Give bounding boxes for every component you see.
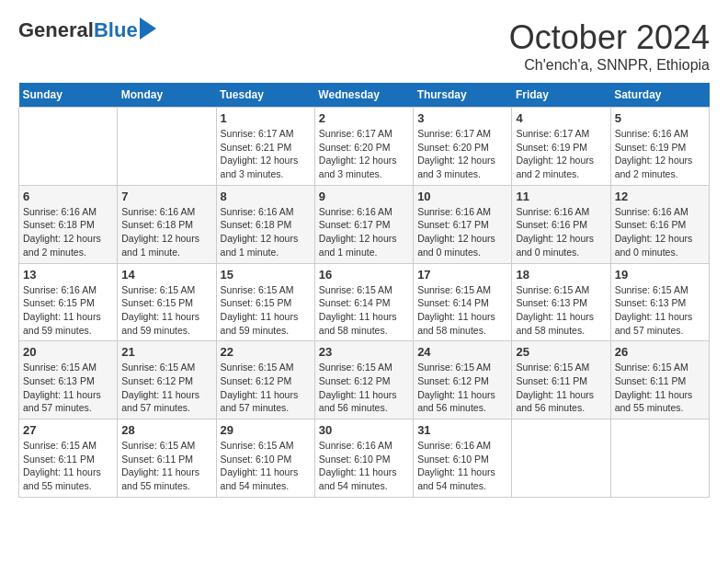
day-info: Sunrise: 6:15 AM Sunset: 6:14 PM Dayligh…	[417, 283, 507, 338]
day-info: Sunrise: 6:17 AM Sunset: 6:21 PM Dayligh…	[221, 127, 311, 181]
day-number: 18	[516, 268, 606, 282]
day-info: Sunrise: 6:15 AM Sunset: 6:12 PM Dayligh…	[417, 361, 507, 415]
calendar-cell	[118, 108, 216, 186]
day-number: 16	[319, 268, 409, 282]
calendar-cell: 9Sunrise: 6:16 AM Sunset: 6:17 PM Daylig…	[314, 185, 413, 263]
calendar-cell: 13Sunrise: 6:16 AM Sunset: 6:15 PM Dayli…	[19, 263, 118, 341]
week-row-2: 6Sunrise: 6:16 AM Sunset: 6:18 PM Daylig…	[19, 185, 710, 263]
calendar-cell: 11Sunrise: 6:16 AM Sunset: 6:16 PM Dayli…	[512, 185, 610, 263]
day-number: 1	[221, 111, 311, 125]
day-info: Sunrise: 6:15 AM Sunset: 6:11 PM Dayligh…	[121, 439, 211, 493]
day-info: Sunrise: 6:16 AM Sunset: 6:16 PM Dayligh…	[516, 205, 606, 259]
day-header-monday: Monday	[118, 83, 216, 108]
calendar-cell: 31Sunrise: 6:16 AM Sunset: 6:10 PM Dayli…	[414, 419, 512, 498]
day-header-thursday: Thursday	[414, 83, 512, 108]
day-number: 25	[516, 345, 606, 359]
calendar-cell: 30Sunrise: 6:16 AM Sunset: 6:10 PM Dayli…	[314, 419, 413, 498]
day-info: Sunrise: 6:16 AM Sunset: 6:17 PM Dayligh…	[417, 205, 507, 259]
day-number: 20	[23, 345, 113, 359]
day-header-tuesday: Tuesday	[216, 83, 314, 108]
day-info: Sunrise: 6:16 AM Sunset: 6:15 PM Dayligh…	[23, 283, 113, 338]
day-number: 29	[221, 423, 311, 437]
day-info: Sunrise: 6:15 AM Sunset: 6:13 PM Dayligh…	[615, 283, 705, 338]
logo-blue: Blue	[94, 18, 138, 42]
day-info: Sunrise: 6:15 AM Sunset: 6:15 PM Dayligh…	[121, 283, 211, 338]
day-number: 3	[417, 111, 507, 125]
day-number: 17	[417, 268, 507, 282]
week-row-1: 1Sunrise: 6:17 AM Sunset: 6:21 PM Daylig…	[19, 108, 710, 186]
calendar-cell: 2Sunrise: 6:17 AM Sunset: 6:20 PM Daylig…	[314, 108, 413, 186]
day-info: Sunrise: 6:15 AM Sunset: 6:13 PM Dayligh…	[516, 283, 606, 338]
day-number: 31	[417, 423, 507, 437]
day-number: 10	[417, 190, 507, 203]
calendar-cell: 5Sunrise: 6:16 AM Sunset: 6:19 PM Daylig…	[610, 108, 709, 186]
calendar-cell: 1Sunrise: 6:17 AM Sunset: 6:21 PM Daylig…	[216, 108, 314, 186]
day-number: 2	[319, 111, 409, 125]
logo-arrow-icon	[140, 17, 156, 40]
calendar-cell: 27Sunrise: 6:15 AM Sunset: 6:11 PM Dayli…	[19, 419, 118, 498]
calendar-cell: 25Sunrise: 6:15 AM Sunset: 6:11 PM Dayli…	[512, 341, 610, 419]
day-info: Sunrise: 6:15 AM Sunset: 6:12 PM Dayligh…	[319, 361, 409, 415]
day-info: Sunrise: 6:17 AM Sunset: 6:20 PM Dayligh…	[417, 127, 507, 181]
calendar-cell: 16Sunrise: 6:15 AM Sunset: 6:14 PM Dayli…	[314, 263, 413, 341]
day-number: 26	[615, 345, 705, 359]
calendar-cell: 26Sunrise: 6:15 AM Sunset: 6:11 PM Dayli…	[610, 341, 709, 419]
day-info: Sunrise: 6:15 AM Sunset: 6:13 PM Dayligh…	[23, 361, 113, 415]
day-number: 23	[319, 345, 409, 359]
page-header: General Blue October 2024 Ch'ench'a, SNN…	[18, 18, 710, 74]
day-info: Sunrise: 6:17 AM Sunset: 6:19 PM Dayligh…	[516, 127, 606, 181]
week-row-3: 13Sunrise: 6:16 AM Sunset: 6:15 PM Dayli…	[19, 263, 710, 341]
calendar-cell: 20Sunrise: 6:15 AM Sunset: 6:13 PM Dayli…	[19, 341, 118, 419]
day-number: 8	[221, 190, 311, 203]
calendar-cell: 10Sunrise: 6:16 AM Sunset: 6:17 PM Dayli…	[414, 185, 512, 263]
calendar-cell: 12Sunrise: 6:16 AM Sunset: 6:16 PM Dayli…	[610, 185, 709, 263]
day-info: Sunrise: 6:16 AM Sunset: 6:18 PM Dayligh…	[221, 205, 311, 259]
day-number: 30	[319, 423, 409, 437]
calendar-cell: 17Sunrise: 6:15 AM Sunset: 6:14 PM Dayli…	[414, 263, 512, 341]
calendar-cell: 24Sunrise: 6:15 AM Sunset: 6:12 PM Dayli…	[414, 341, 512, 419]
calendar-cell: 22Sunrise: 6:15 AM Sunset: 6:12 PM Dayli…	[216, 341, 314, 419]
day-header-sunday: Sunday	[19, 83, 118, 108]
day-number: 22	[221, 345, 311, 359]
day-number: 24	[417, 345, 507, 359]
day-info: Sunrise: 6:16 AM Sunset: 6:16 PM Dayligh…	[615, 205, 705, 259]
calendar-cell: 8Sunrise: 6:16 AM Sunset: 6:18 PM Daylig…	[216, 185, 314, 263]
day-info: Sunrise: 6:16 AM Sunset: 6:19 PM Dayligh…	[615, 127, 705, 181]
calendar-table: SundayMondayTuesdayWednesdayThursdayFrid…	[18, 83, 710, 498]
calendar-cell: 28Sunrise: 6:15 AM Sunset: 6:11 PM Dayli…	[118, 419, 216, 498]
day-number: 7	[121, 190, 211, 203]
day-info: Sunrise: 6:16 AM Sunset: 6:10 PM Dayligh…	[417, 439, 507, 493]
day-number: 21	[121, 345, 211, 359]
calendar-cell: 21Sunrise: 6:15 AM Sunset: 6:12 PM Dayli…	[118, 341, 216, 419]
logo: General Blue	[18, 18, 156, 42]
calendar-cell	[19, 108, 118, 186]
logo-general: General	[18, 18, 94, 42]
day-info: Sunrise: 6:15 AM Sunset: 6:15 PM Dayligh…	[221, 283, 311, 338]
day-header-saturday: Saturday	[610, 83, 709, 108]
calendar-cell: 7Sunrise: 6:16 AM Sunset: 6:18 PM Daylig…	[118, 185, 216, 263]
calendar-cell: 3Sunrise: 6:17 AM Sunset: 6:20 PM Daylig…	[414, 108, 512, 186]
header-row: SundayMondayTuesdayWednesdayThursdayFrid…	[19, 83, 710, 108]
day-number: 27	[23, 423, 113, 437]
day-number: 12	[615, 190, 705, 203]
day-info: Sunrise: 6:15 AM Sunset: 6:11 PM Dayligh…	[615, 361, 705, 415]
calendar-cell: 18Sunrise: 6:15 AM Sunset: 6:13 PM Dayli…	[512, 263, 610, 341]
location-subtitle: Ch'ench'a, SNNPR, Ethiopia	[509, 57, 710, 74]
day-number: 15	[221, 268, 311, 282]
day-number: 13	[23, 268, 113, 282]
month-title: October 2024	[509, 18, 710, 57]
day-info: Sunrise: 6:15 AM Sunset: 6:11 PM Dayligh…	[23, 439, 113, 493]
calendar-cell: 29Sunrise: 6:15 AM Sunset: 6:10 PM Dayli…	[216, 419, 314, 498]
day-info: Sunrise: 6:15 AM Sunset: 6:10 PM Dayligh…	[221, 439, 311, 493]
day-number: 19	[615, 268, 705, 282]
day-number: 5	[615, 111, 705, 125]
day-number: 9	[319, 190, 409, 203]
day-number: 4	[516, 111, 606, 125]
title-block: October 2024 Ch'ench'a, SNNPR, Ethiopia	[509, 18, 710, 74]
calendar-cell	[610, 419, 709, 498]
day-header-wednesday: Wednesday	[314, 83, 413, 108]
day-info: Sunrise: 6:15 AM Sunset: 6:14 PM Dayligh…	[319, 283, 409, 338]
day-number: 6	[23, 190, 113, 203]
day-number: 28	[121, 423, 211, 437]
day-info: Sunrise: 6:16 AM Sunset: 6:18 PM Dayligh…	[121, 205, 211, 259]
